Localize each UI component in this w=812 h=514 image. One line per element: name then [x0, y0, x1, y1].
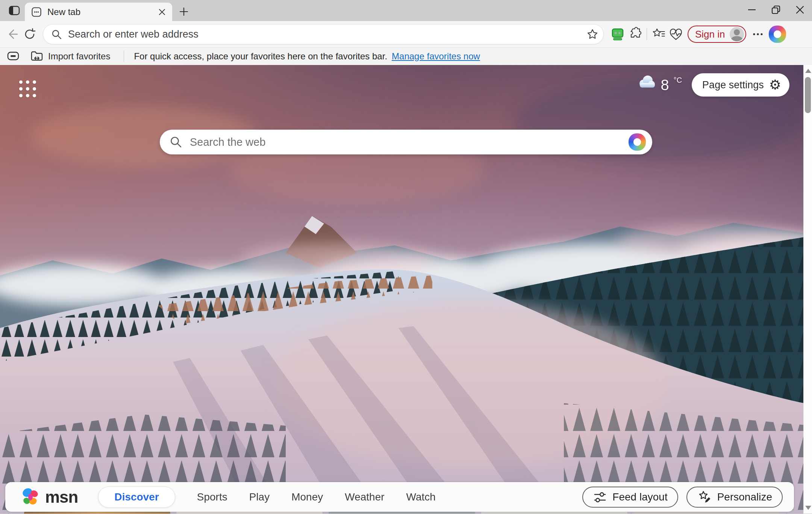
toolbar-divider — [647, 28, 647, 40]
import-folder-icon — [30, 50, 44, 63]
star-pencil-icon — [697, 490, 712, 505]
nav-item-money[interactable]: Money — [291, 491, 323, 503]
scrollbar[interactable] — [803, 65, 812, 514]
new-tab-page-icon — [31, 6, 42, 18]
feed-layout-label: Feed layout — [612, 491, 667, 503]
web-search-input[interactable] — [189, 136, 627, 149]
address-bar[interactable] — [43, 24, 604, 44]
msn-brand-text: msn — [45, 488, 78, 506]
close-window-button[interactable] — [788, 0, 812, 20]
tab-actions-menu-icon — [8, 5, 20, 17]
restore-button[interactable] — [764, 0, 788, 20]
browser-essentials-button[interactable] — [667, 26, 685, 43]
robot-extension-icon — [610, 27, 625, 42]
heart-pulse-icon — [668, 26, 684, 42]
back-arrow-icon — [6, 27, 19, 41]
favorite-this-page-button[interactable] — [584, 26, 601, 43]
active-tab[interactable]: New tab — [25, 3, 172, 21]
minimize-icon — [747, 5, 757, 15]
nav-item-weather[interactable]: Weather — [345, 491, 384, 503]
copilot-search-button[interactable] — [627, 132, 648, 153]
tab-actions-menu-button[interactable] — [6, 2, 23, 19]
sliders-icon — [593, 490, 607, 504]
gear-icon: ⚙ — [769, 78, 781, 92]
refresh-icon — [23, 28, 36, 41]
close-icon — [795, 5, 805, 15]
msn-logo-icon — [20, 487, 41, 507]
extensions-button[interactable] — [626, 26, 644, 43]
nav-item-discover[interactable]: Discover — [98, 487, 175, 508]
scrollbar-thumb[interactable] — [805, 77, 811, 113]
scroll-up-arrow-icon[interactable] — [805, 69, 811, 73]
manage-favorites-link[interactable]: Manage favorites now — [392, 51, 480, 62]
nav-item-play[interactable]: Play — [249, 491, 270, 503]
tab-bar: New tab — [0, 0, 812, 21]
copilot-icon — [629, 133, 646, 151]
page-settings-label: Page settings — [702, 79, 764, 91]
refresh-button[interactable] — [21, 26, 38, 43]
msn-nav-bar: msn Discover Sports Play Money Weather W… — [5, 482, 794, 512]
favorites-button[interactable] — [650, 26, 667, 43]
import-favorites-button[interactable]: Import favorites — [26, 49, 114, 63]
search-icon — [51, 29, 62, 40]
page-settings-button[interactable]: Page settings ⚙ — [692, 73, 789, 97]
temperature-unit: °C — [674, 74, 682, 86]
new-tab-button[interactable] — [176, 4, 192, 20]
avatar-icon — [730, 27, 744, 41]
personalize-button[interactable]: Personalize — [686, 487, 783, 508]
browser-toolbar: Sign in — [0, 21, 812, 47]
favorites-bar-divider — [124, 51, 124, 62]
web-search-bar[interactable] — [160, 130, 652, 154]
window-controls — [740, 0, 812, 20]
nav-item-sports[interactable]: Sports — [197, 491, 227, 503]
feed-controls: Feed layout Personalize — [582, 487, 783, 508]
puzzle-piece-icon — [627, 27, 642, 42]
personalize-label: Personalize — [717, 491, 772, 503]
sign-in-button[interactable]: Sign in — [688, 26, 746, 43]
star-with-lines-icon — [651, 26, 667, 42]
search-icon — [170, 136, 182, 148]
close-icon — [158, 8, 166, 16]
favorites-bar: Import favorites For quick access, place… — [0, 47, 812, 65]
favorites-bar-message: For quick access, place your favorites h… — [134, 51, 387, 62]
password-manager-extension-button[interactable] — [609, 26, 626, 43]
apps-grid-button[interactable] — [15, 76, 40, 101]
scroll-down-arrow-icon[interactable] — [805, 506, 811, 510]
top-right-controls: 8 °C Page settings ⚙ — [636, 73, 789, 97]
restore-icon — [771, 5, 781, 15]
sign-in-label: Sign in — [695, 29, 725, 40]
nav-item-watch[interactable]: Watch — [406, 491, 436, 503]
collapsed-favorite-icon — [7, 51, 20, 61]
tab-close-button[interactable] — [156, 6, 168, 18]
cloud-icon — [636, 74, 656, 89]
star-icon — [586, 28, 598, 40]
feed-layout-button[interactable]: Feed layout — [582, 487, 678, 508]
tab-title: New tab — [47, 7, 156, 17]
three-dots-icon — [751, 28, 764, 41]
plus-icon — [179, 6, 189, 17]
import-favorites-label: Import favorites — [48, 51, 110, 62]
favorites-bar-item-button[interactable] — [6, 49, 21, 63]
address-input[interactable] — [67, 28, 584, 41]
dot-grid-icon — [19, 80, 23, 84]
settings-more-button[interactable] — [749, 26, 767, 43]
weather-widget[interactable]: 8 °C — [636, 74, 682, 95]
temperature-value: 8 — [661, 74, 669, 95]
back-button[interactable] — [4, 26, 21, 43]
minimize-button[interactable] — [740, 0, 764, 20]
copilot-button[interactable] — [769, 26, 786, 43]
new-tab-page: 8 °C Page settings ⚙ — [0, 65, 812, 514]
copilot-icon — [769, 26, 786, 43]
